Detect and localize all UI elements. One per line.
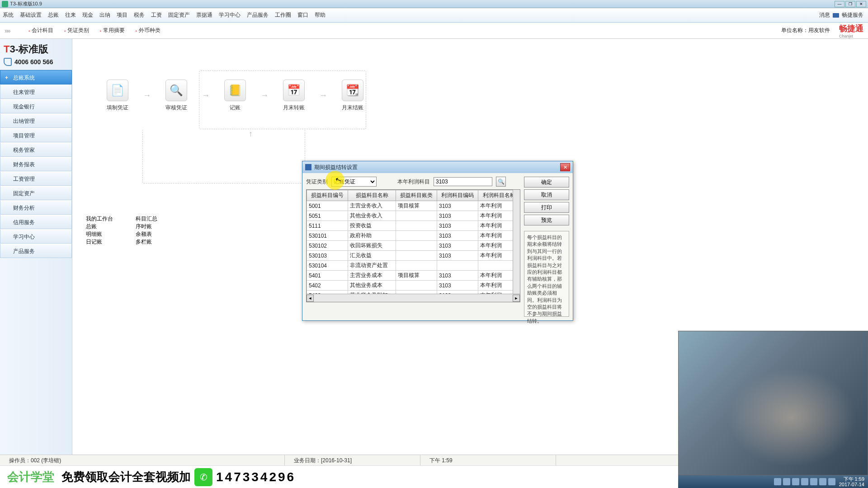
table-row[interactable]: 530102收回坏账损失3103本年利润 [307, 241, 520, 251]
flow-icon: 🔍 [165, 80, 187, 101]
quicklink-right-2[interactable]: 余额表 [136, 230, 157, 238]
toolbar-link-0[interactable]: 会计科目 [29, 27, 54, 33]
quicklink-left-3[interactable]: 日记账 [86, 238, 113, 246]
table-row[interactable]: 5111投资收益3103本年利润 [307, 221, 520, 231]
tray-icon[interactable] [774, 478, 781, 485]
close-button[interactable]: ✕ [856, 1, 866, 7]
accounts-table[interactable]: 损益科目编号损益科目名称损益科目账类利润科目编码利润科目名称 5001主营业务收… [307, 190, 520, 302]
sidebar-item-2[interactable]: 现金银行 [0, 99, 72, 113]
menu-item-15[interactable]: 帮助 [312, 9, 328, 21]
table-header[interactable]: 利润科目编码 [437, 190, 478, 201]
menu-item-11[interactable]: 学习中心 [216, 9, 243, 21]
table-header[interactable]: 损益科目账类 [396, 190, 437, 201]
sidebar-item-9[interactable]: 财务分析 [0, 200, 72, 215]
tray-icon[interactable] [810, 478, 817, 485]
quicklink-right-3[interactable]: 多栏账 [136, 238, 157, 246]
sidebar-item-4[interactable]: 项目管理 [0, 128, 72, 142]
bizdate-value: [2016-10-31] [321, 457, 352, 464]
menu-item-6[interactable]: 项目 [114, 9, 130, 21]
sidebar-item-11[interactable]: 学习中心 [0, 229, 72, 244]
table-row[interactable]: 5401主营业务成本项目核算3103本年利润 [307, 271, 520, 281]
table-header[interactable]: 损益科目编号 [307, 190, 348, 201]
scroll-right-button[interactable]: ► [513, 295, 520, 302]
operator-value: 002 (李培锴) [31, 457, 61, 464]
quicklink-left-1[interactable]: 总账 [86, 223, 113, 230]
table-header[interactable]: 损益科目名称 [348, 190, 396, 201]
flow-step-2[interactable]: 📒记账 [217, 80, 253, 112]
quicklink-right-1[interactable]: 序时账 [136, 223, 157, 230]
print-button[interactable]: 打印 [524, 202, 569, 213]
menu-item-9[interactable]: 固定资产 [165, 9, 193, 21]
quicklink-right-0[interactable]: 科目汇总 [136, 215, 157, 223]
ok-button[interactable]: 确定 [524, 177, 569, 188]
dialog-title: 期间损益结转设置 [314, 164, 560, 171]
voucher-type-select[interactable]: 记账凭证 [331, 177, 377, 187]
toolbar-link-3[interactable]: 外币种类 [136, 27, 160, 33]
sidebar-item-3[interactable]: 出纳管理 [0, 113, 72, 128]
table-row[interactable]: 5051其他业务收入3103本年利润 [307, 211, 520, 221]
table-hscrollbar[interactable]: ◄ ► [307, 294, 520, 302]
envelope-icon[interactable] [833, 13, 839, 18]
maximize-button[interactable]: ❐ [845, 1, 855, 7]
left-panel: T3-标准版 4006 600 566 总账系统往来管理现金银行出纳管理项目管理… [0, 39, 72, 455]
menu-item-1[interactable]: 基础设置 [17, 9, 44, 21]
flow-step-4[interactable]: 📆月末结账 [335, 80, 371, 112]
menu-item-7[interactable]: 税务 [131, 9, 147, 21]
dialog-close-button[interactable]: ✕ [560, 163, 570, 171]
menu-item-0[interactable]: 系统 [0, 9, 16, 21]
sidebar-item-12[interactable]: 产品服务 [0, 244, 72, 258]
table-row[interactable]: 5402其他业务成本3103本年利润 [307, 281, 520, 291]
menu-item-5[interactable]: 出纳 [97, 9, 113, 21]
sidebar-item-0[interactable]: 总账系统 [0, 70, 72, 84]
sidebar-item-1[interactable]: 往来管理 [0, 84, 72, 99]
profit-account-input[interactable] [434, 177, 492, 186]
dialog-titlebar[interactable]: 期间损益结转设置 ✕ [302, 161, 573, 173]
menu-item-4[interactable]: 现金 [80, 9, 96, 21]
quicklink-left-0[interactable]: 我的工作台 [86, 215, 113, 223]
sidebar-item-5[interactable]: 税务管家 [0, 142, 72, 157]
quicklink-left-2[interactable]: 明细账 [86, 230, 113, 238]
bizdate-label: 业务日期： [294, 457, 321, 464]
tray-icon[interactable] [819, 478, 826, 485]
flow-step-3[interactable]: 📅月末转账 [276, 80, 312, 112]
flow-step-1[interactable]: 🔍审核凭证 [158, 80, 194, 112]
tray-icon[interactable] [792, 478, 799, 485]
sidebar-item-7[interactable]: 工资管理 [0, 171, 72, 186]
menu-item-8[interactable]: 工资 [148, 9, 165, 21]
sidebar-item-10[interactable]: 信用服务 [0, 215, 72, 229]
toolbar-link-1[interactable]: 凭证类别 [64, 27, 89, 33]
menu-item-3[interactable]: 往来 [62, 9, 79, 21]
toolbar-link-2[interactable]: 常用摘要 [100, 27, 125, 33]
flow-step-0[interactable]: 📄填制凭证 [99, 80, 136, 112]
minimize-button[interactable]: — [835, 1, 844, 7]
table-row[interactable]: 530104非流动资产处置​ [307, 261, 520, 271]
sidebar-item-6[interactable]: 财务报表 [0, 157, 72, 171]
service-link[interactable]: 畅捷服务 [842, 11, 863, 19]
expand-icon[interactable]: »» [5, 27, 10, 34]
sidebar-item-8[interactable]: 固定资产 [0, 186, 72, 200]
menu-item-14[interactable]: 窗口 [295, 9, 311, 21]
menu-item-10[interactable]: 票据通 [193, 9, 215, 21]
phone-icon [4, 58, 12, 66]
system-tray[interactable] [774, 478, 835, 485]
tray-icon[interactable] [828, 478, 835, 485]
table-row[interactable]: 530103汇兑收益3103本年利润 [307, 251, 520, 261]
windows-taskbar[interactable]: 下午 1:59 2017-07-14 [678, 475, 868, 488]
lookup-button[interactable]: 🔍 [496, 177, 506, 187]
menu-item-2[interactable]: 总账 [45, 9, 61, 21]
tray-icon[interactable] [783, 478, 790, 485]
tray-icon[interactable] [801, 478, 808, 485]
table-row[interactable]: 5001主营业务收入项目核算3103本年利润 [307, 201, 520, 211]
taskbar-clock[interactable]: 下午 1:59 2017-07-14 [839, 476, 864, 487]
table-vscrollbar[interactable] [513, 190, 520, 294]
cancel-button[interactable]: 取消 [524, 189, 569, 200]
scroll-left-button[interactable]: ◄ [307, 295, 314, 302]
preview-button[interactable]: 预览 [524, 215, 569, 225]
table-row[interactable]: 530101政府补助3103本年利润 [307, 231, 520, 241]
voucher-type-label: 凭证类别 [306, 178, 328, 186]
banner-logo: 会计学堂 [0, 469, 61, 485]
menu-item-12[interactable]: 产品服务 [244, 9, 271, 21]
menu-item-13[interactable]: 工作圈 [272, 9, 294, 21]
message-link[interactable]: 消息 [819, 11, 830, 19]
workflow: 📄填制凭证→🔍审核凭证→📒记账→📅月末转账→📆月末结账 [99, 80, 371, 112]
